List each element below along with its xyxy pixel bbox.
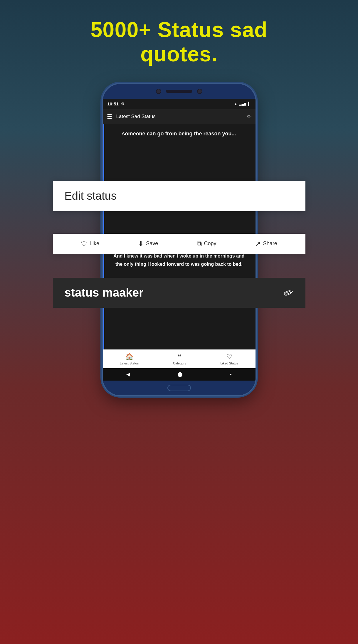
- overlay-copy-button[interactable]: ⧉ Copy: [197, 240, 216, 248]
- sensor: [197, 89, 202, 94]
- phone-mockup: 10:51 ⚙ ▲ ▂▄▆ ▌ ☰ Latest Sad Status ✏: [97, 84, 261, 583]
- blue-bar: [103, 124, 104, 171]
- pencil-icon: ✏: [282, 285, 296, 301]
- edit-status-label: Edit status: [65, 190, 117, 202]
- battery-icon: ▌: [248, 102, 251, 106]
- heart-nav-icon: ♡: [226, 353, 232, 361]
- download-icon: ⬇: [138, 240, 144, 248]
- overlay-save-button[interactable]: ⬇ Save: [138, 240, 158, 248]
- system-nav: ◀ ⬤ ▪: [103, 368, 256, 381]
- overlay-status-maker: status maaker ✏: [53, 278, 305, 308]
- overlay-share-label: Share: [263, 241, 277, 247]
- app-bar: ☰ Latest Sad Status ✏: [103, 109, 256, 124]
- nav-liked-status-label: Liked Status: [221, 361, 238, 365]
- overlay-like-label: Like: [90, 241, 99, 247]
- nav-latest-status[interactable]: 🏠 Latest Status: [120, 353, 139, 365]
- heart-icon: ♡: [81, 240, 87, 248]
- phone-top-bar: [103, 84, 256, 99]
- nav-category[interactable]: ❝ Category: [173, 353, 186, 365]
- overlay-share-button[interactable]: ↗ Share: [255, 240, 277, 248]
- bottom-nav: 🏠 Latest Status ❝ Category ♡ Liked Statu…: [103, 349, 256, 368]
- copy-icon: ⧉: [197, 240, 202, 248]
- recent-button[interactable]: ▪: [230, 372, 232, 377]
- overlay-edit-status: Edit status: [53, 181, 305, 211]
- headline-line2: quotes.: [140, 42, 218, 66]
- status-bar: 10:51 ⚙ ▲ ▂▄▆ ▌: [103, 99, 256, 109]
- nav-latest-status-label: Latest Status: [120, 361, 139, 365]
- status-time: 10:51: [107, 101, 119, 106]
- overlay-like-button[interactable]: ♡ Like: [81, 240, 99, 248]
- app-bar-title: Latest Sad Status: [116, 114, 243, 120]
- home-nav-icon: 🏠: [125, 353, 133, 361]
- overlay-action-bar: ♡ Like ⬇ Save ⧉ Copy ↗ Share: [53, 234, 305, 254]
- overlay-copy-label: Copy: [204, 241, 216, 247]
- back-button[interactable]: ◀: [126, 371, 130, 377]
- headline-line1: 5000+ Status sad: [90, 18, 267, 41]
- quote-card-1: someone can go from being the reason you…: [103, 124, 256, 171]
- wifi-icon: ▲: [234, 102, 238, 106]
- nav-liked-status[interactable]: ♡ Liked Status: [221, 353, 238, 365]
- speaker-grill: [166, 90, 192, 93]
- hamburger-icon[interactable]: ☰: [107, 113, 112, 120]
- share-icon: ↗: [255, 240, 261, 248]
- app-headline: 5000+ Status sad quotes.: [79, 18, 279, 66]
- home-button-oval[interactable]: [167, 385, 191, 391]
- status-icons: ▲ ▂▄▆ ▌: [234, 102, 251, 106]
- quote-nav-icon: ❝: [178, 353, 181, 361]
- front-camera: [156, 89, 161, 94]
- status-maker-label: status maaker: [65, 286, 144, 299]
- home-button[interactable]: ⬤: [177, 371, 183, 377]
- edit-icon[interactable]: ✏: [247, 113, 251, 120]
- phone-bottom-bar: [103, 381, 256, 395]
- quote1-text: someone can go from being the reason you…: [103, 124, 256, 144]
- nav-category-label: Category: [173, 361, 186, 365]
- settings-icon: ⚙: [121, 102, 125, 106]
- overlay-save-label: Save: [146, 241, 158, 247]
- quote2-text: And I knew it was bad when I woke up in …: [112, 252, 247, 268]
- signal-icon: ▂▄▆: [239, 102, 246, 106]
